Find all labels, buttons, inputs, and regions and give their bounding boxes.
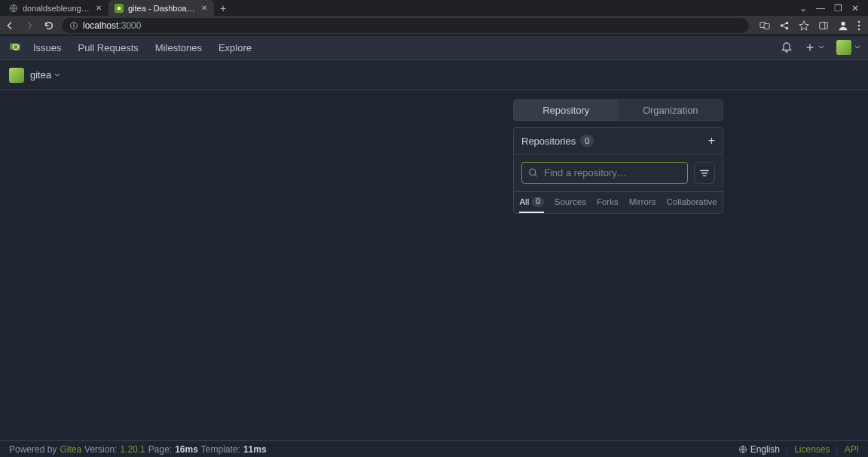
nav-explore[interactable]: Explore [219,42,252,53]
new-repo-button[interactable]: + [708,134,715,148]
side-panel-icon[interactable] [818,20,829,31]
svg-point-9 [786,21,789,24]
svg-point-16 [858,28,860,30]
api-link[interactable]: API [845,444,859,455]
browser-tab-title: donaldsebleung's blog [23,4,90,13]
url-host: localhost:3000 [83,20,141,31]
gitea-link[interactable]: Gitea [60,444,81,455]
version-link[interactable]: 1.20.1 [120,444,145,455]
close-window-icon[interactable]: ✕ [851,3,859,14]
browser-tab[interactable]: gitea - Dashboard - Gitea: G ✕ [108,0,214,16]
filter-tab-collaborative[interactable]: Collaborative [666,197,717,213]
footer: Powered by Gitea Version: 1.20.1 Page: 1… [0,440,868,457]
svg-point-10 [786,26,789,29]
svg-rect-5 [73,23,75,25]
share-icon[interactable] [779,20,790,31]
close-icon[interactable]: ✕ [200,5,208,12]
forward-button[interactable] [24,20,35,31]
repo-search-field[interactable] [521,162,688,184]
gitea-logo-icon[interactable] [8,40,23,55]
gitea-header: Issues Pull Requests Milestones Explore [0,35,868,60]
address-bar[interactable]: localhost:3000 [62,18,749,33]
new-tab-button[interactable]: + [214,0,232,16]
globe-icon [738,445,747,454]
nav-milestones[interactable]: Milestones [155,42,202,53]
window-controls: ⌄ — ❐ ✕ [799,3,865,14]
svg-rect-7 [764,23,769,29]
context-name: gitea [30,69,51,81]
version-label: Version: [84,444,117,455]
notifications-icon[interactable] [781,41,793,53]
repositories-count: 0 [580,135,594,147]
globe-icon [9,4,18,13]
repositories-label: Repositories [521,136,576,147]
svg-point-19 [530,169,536,175]
filter-tab-forks[interactable]: Forks [597,197,619,213]
filter-tab-sources[interactable]: Sources [555,197,586,213]
powered-by-label: Powered by [9,444,57,455]
page-time: 16ms [175,444,198,455]
context-bar: gitea [0,60,868,90]
chevron-down-icon[interactable]: ⌄ [799,3,807,14]
main-area: Repository Organization Repositories 0 + [0,90,868,440]
template-label: Template: [201,444,240,455]
translate-icon[interactable] [760,20,770,31]
user-menu[interactable] [836,40,860,55]
svg-point-2 [118,6,121,10]
filter-button[interactable] [694,162,715,184]
reload-button[interactable] [44,20,54,31]
svg-rect-11 [820,22,828,29]
bookmark-icon[interactable] [799,20,809,31]
panel-tab-switch: Repository Organization [513,99,723,121]
avatar [836,40,851,55]
search-input[interactable] [544,167,681,178]
profile-icon[interactable] [838,20,848,31]
tab-organization[interactable]: Organization [619,100,723,120]
all-count-badge: 0 [532,197,544,207]
tab-repository[interactable]: Repository [514,100,619,120]
close-icon[interactable]: ✕ [95,5,102,12]
licenses-link[interactable]: Licenses [794,444,830,455]
filter-tab-mirrors[interactable]: Mirrors [629,197,656,213]
chevron-down-icon [54,72,60,78]
template-time: 11ms [243,444,267,455]
gitea-favicon-icon [115,4,124,13]
browser-tab-strip: donaldsebleung's blog ✕ gitea - Dashboar… [0,0,868,16]
filter-icon [699,168,710,178]
context-switcher[interactable]: gitea [30,69,60,81]
kebab-menu-icon[interactable] [857,20,860,31]
nav-issues[interactable]: Issues [33,42,62,53]
site-info-icon[interactable] [69,21,78,30]
browser-tab[interactable]: donaldsebleung's blog ✕ [3,0,108,16]
avatar [9,68,24,83]
maximize-icon[interactable]: ❐ [834,3,842,14]
browser-tab-title: gitea - Dashboard - Gitea: G [128,4,196,13]
repositories-panel: Repositories 0 + All 0 [513,127,723,214]
create-menu[interactable] [805,42,824,53]
search-icon [528,168,538,178]
filter-tab-all[interactable]: All 0 [519,197,543,213]
svg-point-14 [858,20,860,23]
svg-rect-4 [73,25,75,27]
page-label: Page: [148,444,172,455]
svg-point-15 [858,24,860,26]
browser-nav-bar: localhost:3000 [0,16,868,35]
back-button[interactable] [5,20,15,31]
nav-pull-requests[interactable]: Pull Requests [78,42,139,53]
svg-line-20 [535,175,536,176]
language-switcher[interactable]: English [738,444,780,455]
svg-point-13 [841,21,845,25]
svg-point-18 [14,44,18,49]
minimize-icon[interactable]: — [816,3,825,14]
